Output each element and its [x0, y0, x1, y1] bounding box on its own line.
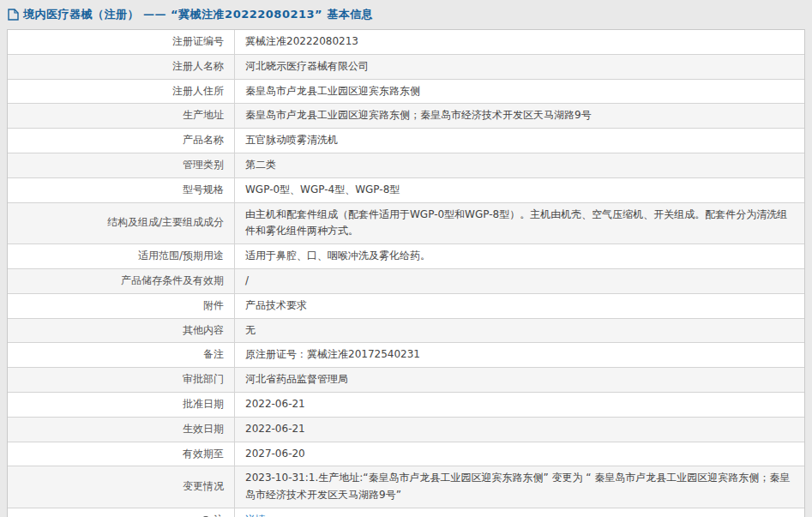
table-row: 批准日期2022-06-21 — [8, 393, 804, 418]
row-label: 附件 — [8, 294, 235, 318]
row-label: 生产地址 — [8, 104, 235, 128]
detail-link[interactable]: 详情 — [245, 512, 266, 517]
row-value: 2023-10-31:1.生产地址:“秦皇岛市卢龙县工业园区迎宾东路东侧” 变更… — [245, 470, 794, 504]
registration-table: 注册证编号冀械注准20222080213注册人名称河北晓示医疗器械有限公司注册人… — [7, 29, 805, 517]
row-label: 管理类别 — [8, 153, 235, 177]
row-value: 详情 — [235, 508, 804, 517]
row-label: 产品储存条件及有效期 — [8, 269, 235, 293]
row-label: 注 — [8, 508, 235, 517]
table-row: 有效期至2027-06-20 — [8, 442, 804, 467]
row-value: WGP-0型、WGP-4型、WGP-8型 — [245, 182, 794, 199]
row-value: 原注册证号：冀械注准20172540231 — [245, 346, 794, 364]
row-label: 变更情况 — [8, 466, 235, 508]
table-row: 生产地址秦皇岛市卢龙县工业园区迎宾路东侧；秦皇岛市经济技术开发区天马湖路9号 — [8, 104, 804, 129]
table-row: 其他内容无 — [8, 319, 804, 344]
row-label: 型号规格 — [8, 178, 235, 202]
table-row: 变更情况2023-10-31:1.生产地址:“秦皇岛市卢龙县工业园区迎宾东路东侧… — [8, 466, 804, 508]
table-row: 产品名称五官脉动喷雾清洗机 — [8, 129, 804, 153]
row-value: 冀械注准20222080213 — [245, 33, 794, 51]
row-label: 批准日期 — [8, 393, 235, 417]
table-row: 注册人名称河北晓示医疗器械有限公司 — [8, 55, 804, 80]
row-value: 产品技术要求 — [245, 298, 794, 315]
row-label: 结构及组成/主要组成成分 — [8, 203, 235, 244]
row-label: 注册人名称 — [8, 55, 235, 79]
row-label: 有效期至 — [8, 442, 235, 466]
row-value: 2022-06-21 — [245, 396, 794, 413]
row-value: 五官脉动喷雾清洗机 — [245, 132, 794, 149]
page-title: 境内医疗器械（注册） —— “冀械注准20222080213” 基本信息 — [23, 7, 373, 22]
row-label: 注册人住所 — [8, 80, 235, 104]
row-value: 河北晓示医疗器械有限公司 — [245, 58, 794, 75]
table-row: 注册人住所秦皇岛市卢龙县工业园区迎宾东路东侧 — [8, 80, 804, 105]
row-label: 备注 — [8, 343, 235, 367]
row-value: 2022-06-21 — [245, 421, 794, 438]
row-value: 河北省药品监督管理局 — [245, 371, 794, 388]
document-icon — [7, 9, 19, 21]
row-label: 审批部门 — [8, 368, 235, 392]
table-row: 生效日期2022-06-21 — [8, 418, 804, 442]
row-value: 适用于鼻腔、口、咽喉冲洗及雾化给药。 — [245, 248, 794, 265]
row-value: 2027-06-20 — [245, 446, 794, 463]
table-row: 备注原注册证号：冀械注准20172540231 — [8, 343, 804, 368]
row-value: 秦皇岛市卢龙县工业园区迎宾东路东侧 — [245, 83, 794, 100]
row-label: 产品名称 — [8, 129, 235, 153]
table-row: 结构及组成/主要组成成分由主机和配套件组成（配套件适用于WGP-0型和WGP-8… — [8, 203, 804, 245]
row-label: 适用范围/预期用途 — [8, 244, 235, 268]
row-value: 第二类 — [245, 157, 794, 174]
table-row: 管理类别第二类 — [8, 153, 804, 178]
table-row: 附件产品技术要求 — [8, 294, 804, 319]
registration-detail-page: 境内医疗器械（注册） —— “冀械注准20222080213” 基本信息 注册证… — [0, 0, 812, 517]
table-row: 适用范围/预期用途适用于鼻腔、口、咽喉冲洗及雾化给药。 — [8, 244, 804, 269]
page-header: 境内医疗器械（注册） —— “冀械注准20222080213” 基本信息 — [0, 0, 812, 27]
table-row: 审批部门河北省药品监督管理局 — [8, 368, 804, 393]
row-label: 其他内容 — [8, 319, 235, 343]
table-row: 注册证编号冀械注准20222080213 — [8, 30, 804, 55]
row-label-text: 注 — [214, 512, 224, 517]
row-label: 生效日期 — [8, 418, 235, 442]
table-row: 产品储存条件及有效期/ — [8, 269, 804, 294]
row-label: 注册证编号 — [8, 30, 235, 54]
table-row: 注详情 — [8, 508, 804, 517]
row-value: 由主机和配套件组成（配套件适用于WGP-0型和WGP-8型）。主机由机壳、空气压… — [245, 207, 794, 241]
row-value: 无 — [245, 322, 794, 340]
table-row: 型号规格WGP-0型、WGP-4型、WGP-8型 — [8, 178, 804, 203]
row-value: / — [245, 273, 794, 290]
row-value: 秦皇岛市卢龙县工业园区迎宾路东侧；秦皇岛市经济技术开发区天马湖路9号 — [245, 107, 794, 124]
